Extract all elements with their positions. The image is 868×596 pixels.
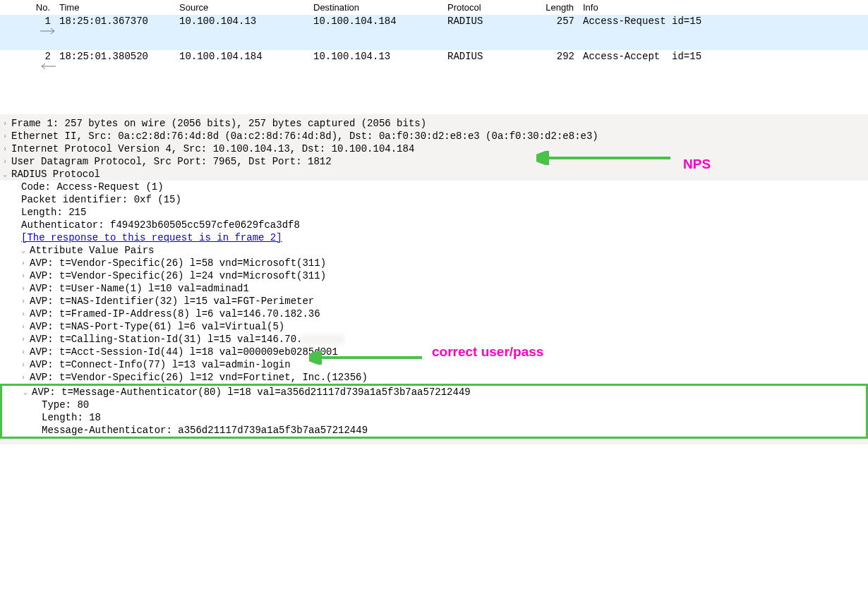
caret-right-icon: › xyxy=(3,133,11,140)
caret-right-icon: › xyxy=(21,336,30,343)
tree-label: AVP: t=Message-Authenticator(80) l=18 va… xyxy=(32,387,471,398)
highlighted-avp-box: ⌄AVP: t=Message-Authenticator(80) l=18 v… xyxy=(0,384,868,439)
tree-label: AVP: t=Acct-Session-Id(44) l=18 val=0000… xyxy=(30,346,338,358)
avp-row[interactable]: ›AVP: t=Framed-IP-Address(8) l=6 val=146… xyxy=(0,308,868,320)
msg-auth-length[interactable]: Length: 18 xyxy=(2,411,866,424)
cell-info: Access-Request id=15 xyxy=(579,16,868,49)
caret-down-icon: ⌄ xyxy=(21,246,30,255)
tree-label: Packet identifier: 0xf (15) xyxy=(21,194,181,205)
col-header-source[interactable]: Source xyxy=(175,2,309,13)
tree-ip[interactable]: ›Internet Protocol Version 4, Src: 10.10… xyxy=(0,142,868,155)
caret-down-icon: ⌄ xyxy=(3,170,11,178)
tree-label: AVP: t=Framed-IP-Address(8) l=6 val=146.… xyxy=(30,308,320,320)
avp-row[interactable]: ›AVP: t=NAS-Identifier(32) l=15 val=FGT-… xyxy=(0,295,868,308)
caret-right-icon: › xyxy=(3,158,11,166)
tree-label: AVP: t=Connect-Info(77) l=13 val=admin-l… xyxy=(30,359,291,370)
tree-label: AVP: t=Vendor-Specific(26) l=24 vnd=Micr… xyxy=(30,270,326,281)
col-header-destination[interactable]: Destination xyxy=(309,2,443,13)
col-header-protocol[interactable]: Protocol xyxy=(443,2,536,13)
tree-ethernet[interactable]: ›Ethernet II, Src: 0a:c2:8d:76:4d:8d (0a… xyxy=(0,130,868,142)
col-header-no[interactable]: No. xyxy=(23,2,55,13)
avp-row[interactable]: ›AVP: t=Calling-Station-Id(31) l=15 val=… xyxy=(0,333,868,346)
packet-row[interactable]: 1 18:25:01.367370 10.100.104.13 10.100.1… xyxy=(0,15,868,50)
tree-label: RADIUS Protocol xyxy=(11,169,100,180)
avp-row[interactable]: ›AVP: t=User-Name(1) l=10 val=adminad1 xyxy=(0,282,868,295)
tree-label: AVP: t=NAS-Port-Type(61) l=6 val=Virtual… xyxy=(30,321,284,332)
avp-row[interactable]: ›AVP: t=Connect-Info(77) l=13 val=admin-… xyxy=(0,358,868,371)
caret-right-icon: › xyxy=(21,298,30,305)
caret-right-icon: › xyxy=(21,310,30,318)
radius-response-link[interactable]: [The response to this request is in fram… xyxy=(0,231,868,244)
caret-right-icon: › xyxy=(21,260,30,267)
tree-label: [The response to this request is in fram… xyxy=(21,232,282,243)
tree-label: Type: 80 xyxy=(42,399,89,410)
col-header-info[interactable]: Info xyxy=(579,2,868,13)
tree-label: Message-Authenticator: a356d21117d739a1a… xyxy=(42,425,368,436)
caret-down-icon: ⌄ xyxy=(23,388,32,396)
redacted-value xyxy=(302,334,344,344)
tree-label: Attribute Value Pairs xyxy=(30,245,154,256)
radius-avp-header[interactable]: ⌄Attribute Value Pairs xyxy=(0,244,868,257)
caret-right-icon: › xyxy=(21,374,30,382)
cell-length: 257 xyxy=(536,16,579,49)
avp-row[interactable]: ›AVP: t=NAS-Port-Type(61) l=6 val=Virtua… xyxy=(0,320,868,333)
packet-details-panel: ›Frame 1: 257 bytes on wire (2056 bits),… xyxy=(0,114,868,444)
caret-right-icon: › xyxy=(21,272,30,280)
tree-label: AVP: t=User-Name(1) l=10 val=adminad1 xyxy=(30,283,249,294)
msg-auth-type[interactable]: Type: 80 xyxy=(2,399,866,411)
tree-label: Code: Access-Request (1) xyxy=(21,181,164,193)
avp-row[interactable]: ›AVP: t=Acct-Session-Id(44) l=18 val=000… xyxy=(0,346,868,358)
tree-label: AVP: t=Vendor-Specific(26) l=58 vnd=Micr… xyxy=(30,257,326,269)
cell-destination: 10.100.104.184 xyxy=(309,16,443,49)
cell-length: 292 xyxy=(536,51,579,85)
direction-arrow-icon xyxy=(0,16,23,49)
avp-row[interactable]: ›AVP: t=Vendor-Specific(26) l=12 vnd=For… xyxy=(0,371,868,384)
tree-label: AVP: t=NAS-Identifier(32) l=15 val=FGT-P… xyxy=(30,296,314,307)
tree-label: Ethernet II, Src: 0a:c2:8d:76:4d:8d (0a:… xyxy=(11,130,598,142)
cell-destination: 10.100.104.13 xyxy=(309,51,443,85)
tree-frame[interactable]: ›Frame 1: 257 bytes on wire (2056 bits),… xyxy=(0,117,868,130)
tree-label: Internet Protocol Version 4, Src: 10.100… xyxy=(11,143,414,154)
cell-time: 18:25:01.367370 xyxy=(55,16,175,49)
cell-time: 18:25:01.380520 xyxy=(55,51,175,85)
tree-radius[interactable]: ⌄RADIUS Protocol xyxy=(0,168,868,181)
caret-right-icon: › xyxy=(21,348,30,356)
tree-label: Length: 18 xyxy=(42,412,101,423)
caret-right-icon: › xyxy=(21,323,30,331)
cell-no: 1 xyxy=(23,16,55,49)
radius-code[interactable]: Code: Access-Request (1) xyxy=(0,181,868,193)
tree-label: Length: 215 xyxy=(21,207,86,218)
radius-length[interactable]: Length: 215 xyxy=(0,206,868,219)
packet-list-header: No. Time Source Destination Protocol Len… xyxy=(0,0,868,15)
radius-packet-id[interactable]: Packet identifier: 0xf (15) xyxy=(0,193,868,206)
cell-no: 2 xyxy=(23,51,55,85)
cell-source: 10.100.104.184 xyxy=(175,51,309,85)
cell-source: 10.100.104.13 xyxy=(175,16,309,49)
direction-arrow-icon xyxy=(0,51,23,85)
cell-protocol: RADIUS xyxy=(443,16,536,49)
packet-row[interactable]: 2 18:25:01.380520 10.100.104.184 10.100.… xyxy=(0,50,868,85)
caret-right-icon: › xyxy=(3,145,11,153)
avp-row[interactable]: ›AVP: t=Vendor-Specific(26) l=24 vnd=Mic… xyxy=(0,269,868,282)
tree-label: Frame 1: 257 bytes on wire (2056 bits), … xyxy=(11,118,426,129)
col-header-length[interactable]: Length xyxy=(536,2,579,13)
tree-label: Authenticator: f494923b60505cc597cfe0629… xyxy=(21,219,300,231)
tree-label: AVP: t=Vendor-Specific(26) l=12 vnd=Fort… xyxy=(30,372,368,383)
tree-label: User Datagram Protocol, Src Port: 7965, … xyxy=(11,156,332,167)
col-header-time[interactable]: Time xyxy=(55,2,175,13)
radius-authenticator[interactable]: Authenticator: f494923b60505cc597cfe0629… xyxy=(0,219,868,231)
cell-protocol: RADIUS xyxy=(443,51,536,85)
tree-udp[interactable]: ›User Datagram Protocol, Src Port: 7965,… xyxy=(0,155,868,168)
caret-right-icon: › xyxy=(21,285,30,293)
cell-info: Access-Accept id=15 xyxy=(579,51,868,85)
avp-row[interactable]: ›AVP: t=Vendor-Specific(26) l=58 vnd=Mic… xyxy=(0,257,868,269)
tree-label: AVP: t=Calling-Station-Id(31) l=15 val=1… xyxy=(30,334,302,345)
packet-list-panel: No. Time Source Destination Protocol Len… xyxy=(0,0,868,86)
msg-auth-value[interactable]: Message-Authenticator: a356d21117d739a1a… xyxy=(2,424,866,437)
caret-right-icon: › xyxy=(21,361,30,369)
avp-message-authenticator[interactable]: ⌄AVP: t=Message-Authenticator(80) l=18 v… xyxy=(2,386,866,399)
caret-right-icon: › xyxy=(3,120,11,128)
